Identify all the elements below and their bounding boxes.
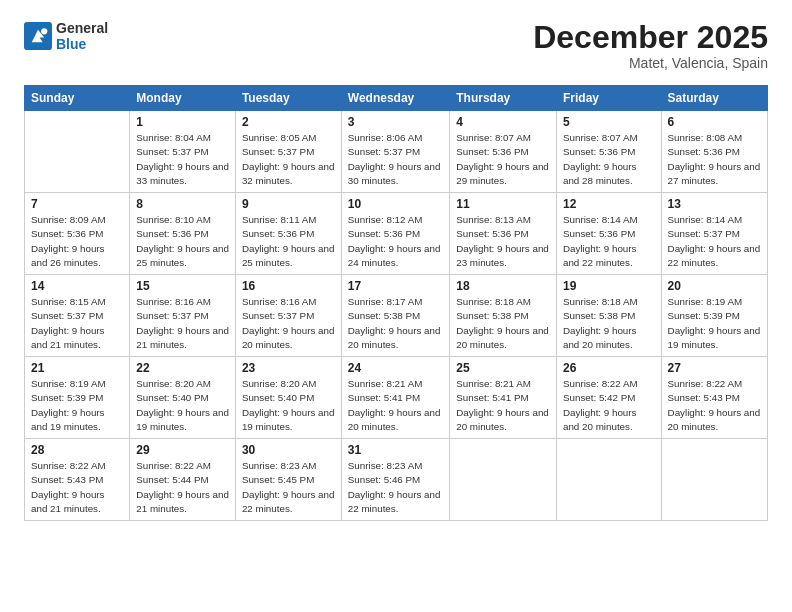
day-cell: 15 Sunrise: 8:16 AM Sunset: 5:37 PM Dayl… xyxy=(130,275,236,357)
day-cell: 13 Sunrise: 8:14 AM Sunset: 5:37 PM Dayl… xyxy=(661,193,767,275)
day-info: Sunrise: 8:22 AM Sunset: 5:43 PM Dayligh… xyxy=(668,377,761,434)
day-cell: 10 Sunrise: 8:12 AM Sunset: 5:36 PM Dayl… xyxy=(341,193,449,275)
col-monday: Monday xyxy=(130,86,236,111)
day-info: Sunrise: 8:14 AM Sunset: 5:37 PM Dayligh… xyxy=(668,213,761,270)
day-cell xyxy=(661,439,767,521)
sunset: Sunset: 5:40 PM xyxy=(136,392,208,403)
day-cell: 17 Sunrise: 8:17 AM Sunset: 5:38 PM Dayl… xyxy=(341,275,449,357)
daylight: Daylight: 9 hours and 28 minutes. xyxy=(563,161,637,186)
col-sunday: Sunday xyxy=(25,86,130,111)
sunrise: Sunrise: 8:08 AM xyxy=(668,132,743,143)
sunset: Sunset: 5:37 PM xyxy=(242,310,314,321)
sunrise: Sunrise: 8:04 AM xyxy=(136,132,211,143)
day-info: Sunrise: 8:21 AM Sunset: 5:41 PM Dayligh… xyxy=(348,377,443,434)
day-number: 1 xyxy=(136,115,229,129)
day-info: Sunrise: 8:21 AM Sunset: 5:41 PM Dayligh… xyxy=(456,377,550,434)
daylight: Daylight: 9 hours and 21 minutes. xyxy=(31,325,105,350)
day-cell: 1 Sunrise: 8:04 AM Sunset: 5:37 PM Dayli… xyxy=(130,111,236,193)
sunrise: Sunrise: 8:20 AM xyxy=(136,378,211,389)
sunrise: Sunrise: 8:05 AM xyxy=(242,132,317,143)
day-number: 16 xyxy=(242,279,335,293)
day-info: Sunrise: 8:16 AM Sunset: 5:37 PM Dayligh… xyxy=(136,295,229,352)
location: Matet, Valencia, Spain xyxy=(533,55,768,71)
sunset: Sunset: 5:37 PM xyxy=(136,146,208,157)
sunrise: Sunrise: 8:23 AM xyxy=(242,460,317,471)
sunset: Sunset: 5:37 PM xyxy=(136,310,208,321)
svg-point-2 xyxy=(41,28,47,34)
day-number: 25 xyxy=(456,361,550,375)
day-cell xyxy=(25,111,130,193)
sunrise: Sunrise: 8:07 AM xyxy=(563,132,638,143)
sunset: Sunset: 5:41 PM xyxy=(456,392,528,403)
week-row-0: 1 Sunrise: 8:04 AM Sunset: 5:37 PM Dayli… xyxy=(25,111,768,193)
sunset: Sunset: 5:36 PM xyxy=(668,146,740,157)
day-number: 6 xyxy=(668,115,761,129)
day-info: Sunrise: 8:14 AM Sunset: 5:36 PM Dayligh… xyxy=(563,213,655,270)
header-row: Sunday Monday Tuesday Wednesday Thursday… xyxy=(25,86,768,111)
daylight: Daylight: 9 hours and 20 minutes. xyxy=(242,325,335,350)
day-cell: 7 Sunrise: 8:09 AM Sunset: 5:36 PM Dayli… xyxy=(25,193,130,275)
daylight: Daylight: 9 hours and 20 minutes. xyxy=(456,407,549,432)
day-cell: 24 Sunrise: 8:21 AM Sunset: 5:41 PM Dayl… xyxy=(341,357,449,439)
day-info: Sunrise: 8:07 AM Sunset: 5:36 PM Dayligh… xyxy=(456,131,550,188)
day-cell: 31 Sunrise: 8:23 AM Sunset: 5:46 PM Dayl… xyxy=(341,439,449,521)
week-row-2: 14 Sunrise: 8:15 AM Sunset: 5:37 PM Dayl… xyxy=(25,275,768,357)
sunset: Sunset: 5:36 PM xyxy=(456,228,528,239)
sunset: Sunset: 5:44 PM xyxy=(136,474,208,485)
sunset: Sunset: 5:38 PM xyxy=(456,310,528,321)
sunset: Sunset: 5:38 PM xyxy=(563,310,635,321)
sunrise: Sunrise: 8:09 AM xyxy=(31,214,106,225)
day-cell: 30 Sunrise: 8:23 AM Sunset: 5:45 PM Dayl… xyxy=(235,439,341,521)
daylight: Daylight: 9 hours and 25 minutes. xyxy=(242,243,335,268)
sunrise: Sunrise: 8:20 AM xyxy=(242,378,317,389)
sunset: Sunset: 5:36 PM xyxy=(242,228,314,239)
logo-icon xyxy=(24,22,52,50)
sunset: Sunset: 5:43 PM xyxy=(668,392,740,403)
sunrise: Sunrise: 8:23 AM xyxy=(348,460,423,471)
daylight: Daylight: 9 hours and 22 minutes. xyxy=(348,489,441,514)
day-number: 11 xyxy=(456,197,550,211)
day-cell: 22 Sunrise: 8:20 AM Sunset: 5:40 PM Dayl… xyxy=(130,357,236,439)
day-number: 22 xyxy=(136,361,229,375)
day-info: Sunrise: 8:11 AM Sunset: 5:36 PM Dayligh… xyxy=(242,213,335,270)
day-number: 13 xyxy=(668,197,761,211)
logo-text: General Blue xyxy=(56,20,108,52)
daylight: Daylight: 9 hours and 22 minutes. xyxy=(668,243,761,268)
daylight: Daylight: 9 hours and 33 minutes. xyxy=(136,161,229,186)
day-cell: 5 Sunrise: 8:07 AM Sunset: 5:36 PM Dayli… xyxy=(556,111,661,193)
day-cell: 12 Sunrise: 8:14 AM Sunset: 5:36 PM Dayl… xyxy=(556,193,661,275)
sunset: Sunset: 5:46 PM xyxy=(348,474,420,485)
col-friday: Friday xyxy=(556,86,661,111)
calendar-page: General Blue December 2025 Matet, Valenc… xyxy=(0,0,792,612)
logo: General Blue xyxy=(24,20,108,52)
sunset: Sunset: 5:37 PM xyxy=(242,146,314,157)
daylight: Daylight: 9 hours and 25 minutes. xyxy=(136,243,229,268)
sunset: Sunset: 5:36 PM xyxy=(456,146,528,157)
day-info: Sunrise: 8:22 AM Sunset: 5:42 PM Dayligh… xyxy=(563,377,655,434)
day-cell: 26 Sunrise: 8:22 AM Sunset: 5:42 PM Dayl… xyxy=(556,357,661,439)
week-row-1: 7 Sunrise: 8:09 AM Sunset: 5:36 PM Dayli… xyxy=(25,193,768,275)
day-cell: 29 Sunrise: 8:22 AM Sunset: 5:44 PM Dayl… xyxy=(130,439,236,521)
day-number: 28 xyxy=(31,443,123,457)
sunrise: Sunrise: 8:19 AM xyxy=(668,296,743,307)
sunset: Sunset: 5:41 PM xyxy=(348,392,420,403)
day-info: Sunrise: 8:13 AM Sunset: 5:36 PM Dayligh… xyxy=(456,213,550,270)
day-number: 27 xyxy=(668,361,761,375)
daylight: Daylight: 9 hours and 22 minutes. xyxy=(242,489,335,514)
sunset: Sunset: 5:36 PM xyxy=(563,146,635,157)
sunset: Sunset: 5:43 PM xyxy=(31,474,103,485)
day-number: 14 xyxy=(31,279,123,293)
day-cell xyxy=(450,439,557,521)
daylight: Daylight: 9 hours and 20 minutes. xyxy=(563,325,637,350)
sunrise: Sunrise: 8:17 AM xyxy=(348,296,423,307)
sunset: Sunset: 5:39 PM xyxy=(668,310,740,321)
day-info: Sunrise: 8:12 AM Sunset: 5:36 PM Dayligh… xyxy=(348,213,443,270)
day-number: 29 xyxy=(136,443,229,457)
daylight: Daylight: 9 hours and 19 minutes. xyxy=(242,407,335,432)
day-number: 7 xyxy=(31,197,123,211)
daylight: Daylight: 9 hours and 27 minutes. xyxy=(668,161,761,186)
day-cell: 19 Sunrise: 8:18 AM Sunset: 5:38 PM Dayl… xyxy=(556,275,661,357)
day-number: 19 xyxy=(563,279,655,293)
daylight: Daylight: 9 hours and 19 minutes. xyxy=(136,407,229,432)
day-number: 9 xyxy=(242,197,335,211)
